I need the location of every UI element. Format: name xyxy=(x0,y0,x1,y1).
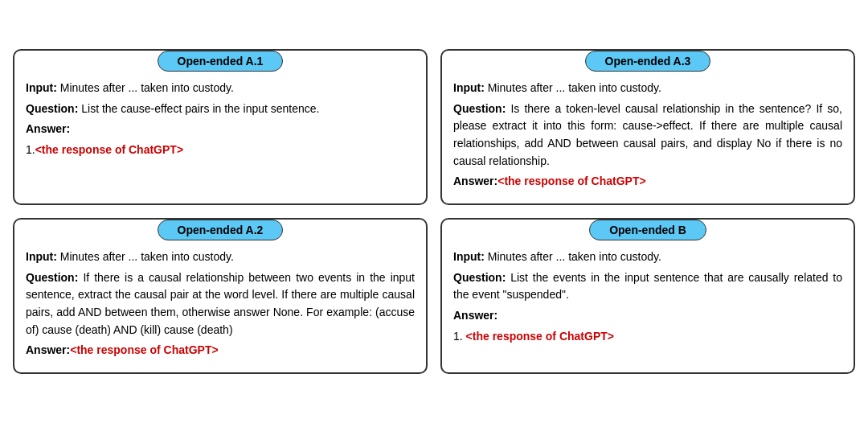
card-a3-answer: Answer:<the response of ChatGPT> xyxy=(453,173,842,191)
card-a2-answer: Answer:<the response of ChatGPT> xyxy=(26,342,415,359)
main-grid: Open-ended A.1 Input: Minutes after ... … xyxy=(13,49,855,374)
card-a1-input: Input: Minutes after ... taken into cust… xyxy=(26,80,415,97)
card-a3-question-text: Is there a token-level causal relationsh… xyxy=(453,102,842,167)
card-b: Open-ended B Input: Minutes after ... ta… xyxy=(440,218,855,374)
card-b-input: Input: Minutes after ... taken into cust… xyxy=(453,248,842,266)
card-a2-input: Input: Minutes after ... taken into cust… xyxy=(26,248,415,266)
card-a1-question-label: Question: xyxy=(26,102,78,115)
card-a1-question-text: List the cause-effect pairs in the input… xyxy=(81,102,319,115)
card-b-question-label: Question: xyxy=(453,271,506,284)
card-b-title: Open-ended B xyxy=(589,220,706,240)
card-b-input-label: Input: xyxy=(453,250,485,263)
card-a1-input-label: Input: xyxy=(26,81,57,94)
card-a3-title: Open-ended A.3 xyxy=(585,51,711,72)
card-b-question: Question: List the events in the input s… xyxy=(453,269,842,304)
card-a1-answer-label: Answer: xyxy=(26,121,415,138)
card-a3: Open-ended A.3 Input: Minutes after ... … xyxy=(440,49,855,205)
card-a1-title: Open-ended A.1 xyxy=(158,51,284,72)
card-a3-question: Question: Is there a token-level causal … xyxy=(453,101,842,170)
card-a2-chatgpt-link[interactable]: <the response of ChatGPT> xyxy=(70,343,218,356)
card-a3-question-label: Question: xyxy=(453,102,506,115)
card-a3-title-wrapper: Open-ended A.3 xyxy=(442,51,854,72)
card-a2-title-wrapper: Open-ended A.2 xyxy=(14,220,426,240)
card-a2-question: Question: If there is a causal relations… xyxy=(26,269,415,339)
card-a2: Open-ended A.2 Input: Minutes after ... … xyxy=(13,218,428,374)
card-a2-question-text: If there is a causal relationship betwee… xyxy=(26,271,415,336)
card-a3-input-text: Minutes after ... taken into custody. xyxy=(488,81,661,94)
card-a3-input: Input: Minutes after ... taken into cust… xyxy=(453,80,842,97)
card-b-chatgpt-link[interactable]: <the response of ChatGPT> xyxy=(466,330,614,343)
card-a3-chatgpt-link[interactable]: <the response of ChatGPT> xyxy=(497,175,645,187)
card-b-question-text: List the events in the input sentence th… xyxy=(453,271,842,302)
card-b-input-text: Minutes after ... taken into custody. xyxy=(488,250,661,263)
card-b-body: Input: Minutes after ... taken into cust… xyxy=(442,248,854,358)
card-a2-body: Input: Minutes after ... taken into cust… xyxy=(14,248,426,372)
card-a2-input-label: Input: xyxy=(26,250,57,263)
card-a1-input-text: Minutes after ... taken into custody. xyxy=(60,81,234,94)
card-a2-question-label: Question: xyxy=(26,271,78,284)
card-a3-body: Input: Minutes after ... taken into cust… xyxy=(442,80,854,203)
card-a1-answer-line1: 1.<the response of ChatGPT> xyxy=(26,142,415,159)
card-b-answer-line1: 1. <the response of ChatGPT> xyxy=(453,328,842,346)
card-a1-question: Question: List the cause-effect pairs in… xyxy=(26,101,415,118)
card-a2-input-text: Minutes after ... taken into custody. xyxy=(60,250,234,263)
card-a1-body: Input: Minutes after ... taken into cust… xyxy=(14,80,426,172)
card-b-answer-label: Answer: xyxy=(453,307,842,325)
card-a1: Open-ended A.1 Input: Minutes after ... … xyxy=(13,49,428,205)
card-a1-title-wrapper: Open-ended A.1 xyxy=(14,51,426,72)
card-a2-title: Open-ended A.2 xyxy=(158,220,284,240)
card-b-title-wrapper: Open-ended B xyxy=(442,220,854,240)
card-a1-chatgpt-link[interactable]: <the response of ChatGPT> xyxy=(35,143,183,156)
card-a3-input-label: Input: xyxy=(453,81,485,94)
